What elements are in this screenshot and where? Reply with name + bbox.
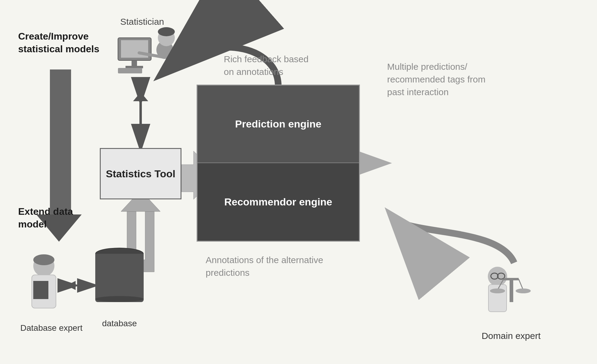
label-rich-feedback: Rich feedback based on annotations [224, 53, 315, 78]
arrow-domain-annotations [393, 217, 514, 263]
svg-rect-23 [488, 285, 507, 312]
svg-point-10 [156, 41, 173, 59]
label-multiple-predictions: Multiple predictions/ recommended tags f… [387, 60, 493, 98]
prediction-engine-label: Prediction engine [235, 117, 321, 130]
svg-point-21 [498, 273, 505, 279]
recommender-engine-section: Recommendor engine [197, 163, 359, 241]
label-annotations-alt: Annotations of the alternative predictio… [206, 254, 339, 279]
label-domain-expert: Domain expert [478, 331, 544, 341]
svg-line-13 [139, 53, 165, 57]
svg-point-28 [490, 288, 505, 293]
label-db-expert: Database expert [15, 323, 88, 333]
cylinder-body [95, 254, 144, 302]
svg-rect-8 [132, 60, 137, 66]
diagram-container: Create/Improve statistical models Statis… [0, 0, 597, 364]
svg-point-12 [158, 27, 175, 36]
svg-rect-7 [121, 40, 148, 58]
svg-point-16 [33, 254, 54, 265]
svg-rect-9 [126, 66, 143, 68]
svg-rect-4 [50, 69, 71, 214]
svg-rect-17 [32, 275, 56, 308]
svg-point-15 [33, 255, 54, 276]
svg-rect-14 [118, 68, 142, 73]
label-database: database [95, 319, 144, 328]
label-extend-data: Extend data model [18, 205, 97, 230]
engine-box: Prediction engine Recommendor engine [197, 85, 360, 242]
svg-point-11 [158, 29, 175, 46]
svg-line-26 [498, 279, 504, 290]
svg-rect-24 [510, 278, 513, 302]
statistician-figure [118, 27, 175, 73]
db-expert-figure [32, 254, 56, 308]
stats-tool-label: Statistics Tool [106, 167, 175, 180]
domain-expert-figure [488, 267, 531, 312]
svg-point-20 [491, 273, 498, 279]
label-create-improve: Create/Improve statistical models [18, 30, 103, 55]
stats-tool-box: Statistics Tool [100, 148, 181, 199]
svg-marker-31 [133, 92, 148, 101]
database-cylinder [95, 248, 144, 308]
svg-point-19 [488, 267, 507, 286]
svg-rect-18 [33, 281, 48, 299]
label-statistician: Statistician [112, 17, 172, 27]
svg-point-29 [516, 288, 531, 293]
recommender-engine-label: Recommendor engine [224, 195, 332, 208]
svg-marker-37 [67, 281, 76, 290]
prediction-engine-section: Prediction engine [197, 85, 359, 163]
svg-rect-6 [118, 38, 151, 60]
svg-rect-25 [504, 278, 519, 280]
arrow-statistician-stats-tool [133, 92, 148, 157]
svg-line-27 [519, 279, 523, 290]
cylinder-bottom [95, 296, 144, 302]
